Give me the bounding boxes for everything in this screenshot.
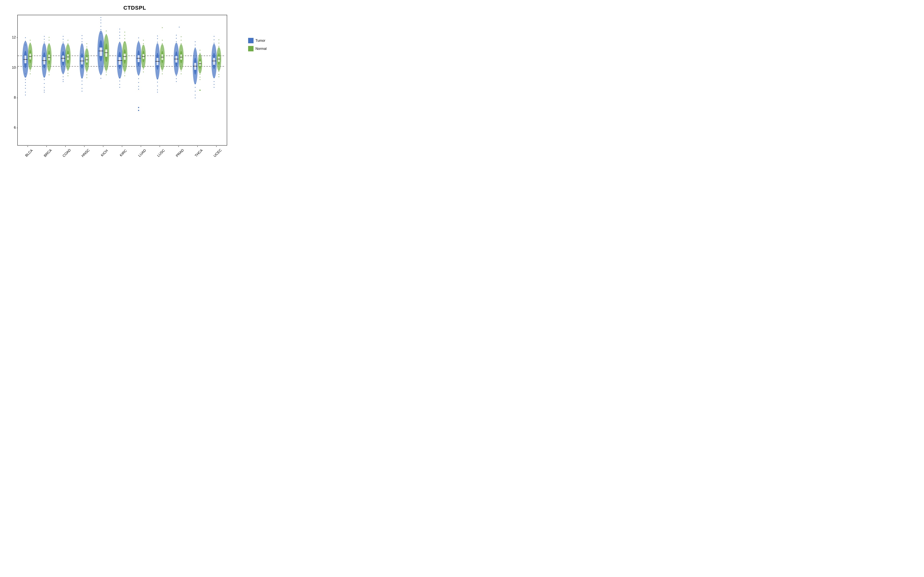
svg-point-71 <box>82 84 82 85</box>
svg-point-70 <box>82 81 82 81</box>
svg-point-104 <box>106 34 107 35</box>
svg-point-49 <box>63 74 63 74</box>
violin-luad-normal <box>141 40 146 73</box>
svg-point-198 <box>195 95 195 95</box>
svg-point-76 <box>82 35 82 36</box>
svg-point-114 <box>120 42 120 42</box>
svg-point-149 <box>143 40 144 40</box>
violin-hnsc-normal <box>84 43 89 78</box>
violin-lusc-tumor <box>155 35 160 92</box>
svg-point-84 <box>86 47 87 47</box>
svg-point-34 <box>44 39 45 40</box>
svg-point-123 <box>124 73 125 73</box>
svg-point-61 <box>68 73 68 74</box>
svg-point-20 <box>30 74 31 74</box>
legend-color-normal <box>248 46 254 52</box>
svg-point-201 <box>195 45 195 45</box>
svg-point-139 <box>138 37 139 38</box>
legend-item-tumor: Tumor <box>248 38 267 43</box>
svg-point-175 <box>176 76 177 76</box>
svg-point-136 <box>138 86 139 87</box>
svg-point-29 <box>44 83 45 84</box>
svg-point-60 <box>68 70 68 71</box>
svg-point-21 <box>30 43 31 44</box>
svg-point-222 <box>214 39 215 40</box>
svg-point-233 <box>218 39 219 40</box>
violin-ucec-tumor <box>212 36 217 88</box>
svg-point-97 <box>100 17 101 18</box>
svg-point-31 <box>44 90 45 90</box>
svg-point-85 <box>86 43 87 44</box>
svg-point-51 <box>63 79 63 80</box>
svg-point-125 <box>124 42 125 42</box>
svg-point-156 <box>157 85 158 86</box>
svg-point-140 <box>138 107 139 108</box>
svg-point-35 <box>44 36 45 37</box>
svg-point-189 <box>181 40 181 40</box>
svg-point-195 <box>195 83 195 84</box>
svg-point-200 <box>195 47 195 48</box>
svg-point-220 <box>214 87 215 88</box>
svg-point-22 <box>30 40 31 40</box>
violin-kich-tumor <box>97 17 104 79</box>
svg-point-92 <box>100 33 101 34</box>
svg-point-207 <box>200 74 200 75</box>
violin-luad-tumor <box>136 37 141 111</box>
svg-point-187 <box>181 74 181 74</box>
svg-text:HNSC: HNSC <box>81 148 90 158</box>
svg-point-178 <box>176 41 177 42</box>
svg-text:LUAD: LUAD <box>137 148 147 158</box>
violin-blca-tumor <box>22 37 29 95</box>
svg-point-168 <box>162 43 163 44</box>
svg-point-218 <box>214 81 215 82</box>
svg-rect-224 <box>213 58 215 65</box>
svg-point-14 <box>25 37 26 38</box>
svg-point-43 <box>49 40 50 40</box>
svg-point-197 <box>195 91 195 92</box>
svg-point-176 <box>176 78 177 79</box>
svg-text:LUSC: LUSC <box>156 148 166 158</box>
svg-point-62 <box>68 76 68 76</box>
svg-point-30 <box>44 87 45 88</box>
svg-point-93 <box>100 29 101 30</box>
violin-blca-normal <box>28 40 32 74</box>
svg-point-12 <box>25 45 26 45</box>
svg-point-81 <box>86 71 87 73</box>
svg-point-157 <box>157 89 158 90</box>
svg-point-52 <box>63 81 63 82</box>
svg-point-221 <box>214 43 215 44</box>
svg-point-33 <box>44 42 45 42</box>
svg-text:6: 6 <box>14 126 16 129</box>
svg-point-190 <box>181 36 181 37</box>
svg-point-44 <box>49 37 50 38</box>
svg-point-94 <box>100 26 101 27</box>
svg-point-75 <box>82 38 82 39</box>
svg-point-228 <box>218 71 219 72</box>
svg-point-72 <box>82 88 82 89</box>
svg-point-211 <box>200 50 200 51</box>
svg-point-212 <box>199 90 200 91</box>
violin-kirc-normal <box>122 32 128 76</box>
svg-point-133 <box>138 75 139 76</box>
violin-thca-tumor <box>193 41 198 98</box>
svg-point-169 <box>162 40 163 40</box>
svg-point-74 <box>82 41 82 42</box>
svg-point-126 <box>124 38 125 39</box>
violin-kich-normal <box>103 31 109 75</box>
svg-point-115 <box>120 38 120 39</box>
svg-point-54 <box>63 39 63 40</box>
svg-point-50 <box>63 76 63 77</box>
chart-svg: 6 8 10 12 BLCA BRCA COAD <box>18 15 227 145</box>
svg-text:BLCA: BLCA <box>24 148 34 158</box>
svg-text:8: 8 <box>14 95 16 100</box>
legend-item-normal: Normal <box>248 46 267 52</box>
svg-text:THCA: THCA <box>194 148 204 158</box>
svg-point-41 <box>49 74 50 75</box>
legend-label-tumor: Tumor <box>255 39 265 43</box>
svg-point-42 <box>49 43 50 44</box>
svg-point-8 <box>25 85 26 86</box>
svg-point-112 <box>120 84 120 85</box>
svg-point-73 <box>82 91 82 92</box>
svg-point-196 <box>195 87 195 88</box>
svg-point-202 <box>195 41 195 42</box>
